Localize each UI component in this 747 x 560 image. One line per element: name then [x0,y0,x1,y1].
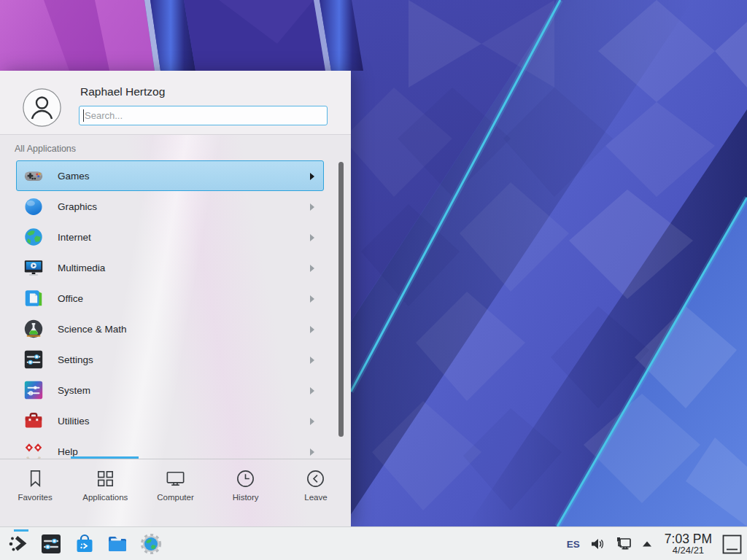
user-name: Raphael Hertzog [80,85,165,98]
submenu-arrow-icon [310,418,314,425]
discover-button[interactable] [73,532,96,556]
system-icon [23,379,44,401]
category-list: Games Graphics [0,160,351,459]
category-item-graphics[interactable]: Graphics [16,191,324,222]
text-cursor [83,109,84,122]
submenu-arrow-icon [310,234,314,241]
tab-applications[interactable]: Applications [70,459,140,526]
digital-clock[interactable]: 7:03 PM 4/24/21 [665,532,712,556]
konqueror-browser-icon [139,532,163,556]
category-label: System [58,385,90,396]
tab-label: Leave [304,493,327,502]
launcher-tabbar: Favorites Applications C [0,459,351,526]
submenu-arrow-icon [310,387,314,394]
applications-icon [94,467,117,490]
volume-icon[interactable] [589,536,605,552]
settings-icon [23,349,44,370]
category-item-help[interactable]: Help [16,436,324,459]
category-item-office[interactable]: Office [16,283,324,314]
help-icon [23,440,44,459]
keyboard-layout-indicator[interactable]: ES [567,539,580,550]
history-icon [234,467,257,490]
tab-computer[interactable]: Computer [140,459,210,526]
expand-tray-icon[interactable] [642,540,652,548]
games-icon [23,165,44,187]
launcher-header: Raphael Hertzog [0,71,351,135]
category-item-multimedia[interactable]: Multimedia [16,252,324,283]
taskbar-panel: ES 7:03 PM 4/24/21 [0,526,747,560]
tab-history[interactable]: History [211,459,281,526]
system-settings-icon [39,532,63,556]
tab-label: Applications [82,493,128,502]
kde-launcher-icon [7,532,30,556]
internet-icon [23,226,44,248]
leave-icon [304,467,327,490]
submenu-arrow-icon [310,173,314,180]
category-item-utilities[interactable]: Utilities [16,405,324,436]
category-label: Graphics [58,201,97,212]
desktop: Raphael Hertzog All Applications [0,0,747,560]
category-item-system[interactable]: System [16,375,324,405]
tab-favorites[interactable]: Favorites [0,459,70,526]
search-input[interactable] [79,106,328,125]
category-item-games[interactable]: Games [16,160,324,191]
category-label: Help [58,446,78,457]
system-tray: ES 7:03 PM 4/24/21 [567,527,743,560]
category-label: Multimedia [58,262,105,273]
dolphin-file-manager-icon [106,532,129,556]
tab-label: Favorites [18,493,52,502]
show-desktop-icon[interactable] [721,534,743,555]
category-label: Internet [58,232,91,243]
category-label: Settings [58,354,93,365]
computer-icon [164,467,187,490]
active-task-indicator [14,529,28,532]
discover-icon [73,532,96,556]
system-settings-button[interactable] [39,532,63,556]
submenu-arrow-icon [310,448,314,456]
dolphin-button[interactable] [106,532,129,556]
category-label: Games [58,171,90,182]
submenu-arrow-icon [310,265,314,272]
tab-label: Computer [157,493,194,502]
network-icon[interactable] [615,535,632,553]
category-label: Science & Math [58,324,127,335]
application-launcher-menu: Raphael Hertzog All Applications [0,71,351,526]
category-item-science-math[interactable]: Science & Math [16,314,324,344]
tab-label: History [233,493,259,502]
submenu-arrow-icon [310,295,314,303]
list-scrollbar[interactable] [338,162,344,437]
category-label: Office [58,293,83,304]
user-avatar-icon[interactable] [23,88,61,127]
submenu-arrow-icon [310,357,314,364]
section-label: All Applications [15,144,76,154]
graphics-icon [23,195,44,217]
clock-date: 4/24/21 [665,545,712,556]
category-item-internet[interactable]: Internet [16,222,324,252]
submenu-arrow-icon [310,203,314,211]
submenu-arrow-icon [310,326,314,333]
konqueror-button[interactable] [139,532,163,556]
favorites-icon [24,467,47,490]
science-icon [23,318,44,340]
clock-time: 7:03 PM [665,532,712,545]
office-icon [23,287,44,309]
kde-launcher-button[interactable] [7,532,30,556]
utilities-icon [23,410,44,432]
category-item-settings[interactable]: Settings [16,344,324,375]
tab-leave[interactable]: Leave [281,459,351,526]
category-label: Utilities [58,416,90,427]
multimedia-icon [23,257,44,279]
